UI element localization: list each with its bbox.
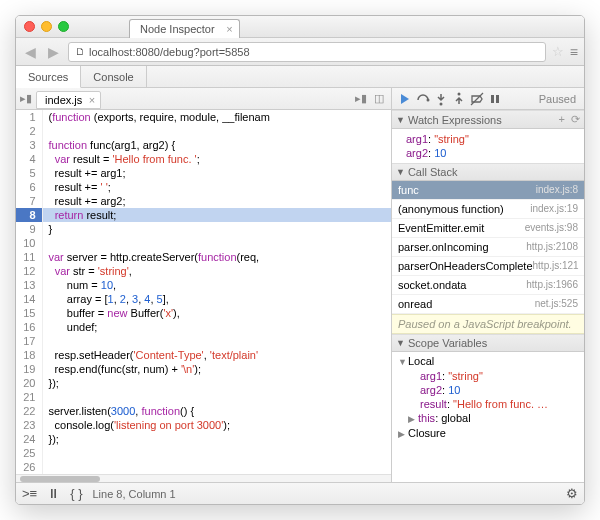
split-icon[interactable]: ◫ (371, 91, 387, 107)
callstack-section-header[interactable]: ▼Call Stack (392, 163, 584, 181)
statusbar: >≡ ⏸ { } Line 8, Column 1 ⚙ (16, 482, 584, 504)
callstack-frame[interactable]: socket.ondatahttp.js:1966 (392, 276, 584, 295)
deactivate-breakpoints-button[interactable] (468, 90, 486, 108)
callstack-body: funcindex.js:8(anonymous function)index.… (392, 181, 584, 314)
minimize-window[interactable] (41, 21, 52, 32)
pretty-print-icon[interactable]: { } (70, 486, 82, 501)
scope-title: Scope Variables (408, 337, 487, 349)
cursor-position: Line 8, Column 1 (92, 488, 175, 500)
resume-button[interactable] (396, 90, 414, 108)
paused-label: Paused (539, 93, 580, 105)
watch-section-header[interactable]: ▼Watch Expressions +⟳ (392, 110, 584, 129)
watch-title: Watch Expressions (408, 114, 502, 126)
debugger-pane: Paused ▼Watch Expressions +⟳ arg1: "stri… (392, 88, 584, 482)
svg-point-2 (458, 92, 461, 95)
pause-icon[interactable]: ⏸ (47, 486, 60, 501)
forward-button[interactable]: ▶ (45, 44, 62, 60)
scope-body: ▼Localarg1: "string"arg2: 10result: "Hel… (392, 352, 584, 443)
tab-sources[interactable]: Sources (16, 66, 81, 88)
svg-line-3 (471, 93, 483, 105)
callstack-frame[interactable]: funcindex.js:8 (392, 181, 584, 200)
watch-body: arg1: "string"arg2: 10 (392, 129, 584, 163)
devtools-tabs: Sources Console (16, 66, 584, 88)
console-drawer-icon[interactable]: >≡ (22, 486, 37, 501)
tab-console[interactable]: Console (81, 66, 146, 87)
settings-icon[interactable]: ⚙ (566, 486, 578, 501)
callstack-frame[interactable]: EventEmitter.emitevents.js:98 (392, 219, 584, 238)
step-out-button[interactable] (450, 90, 468, 108)
refresh-watch-icon[interactable]: ⟳ (571, 113, 580, 126)
add-watch-icon[interactable]: + (559, 113, 565, 126)
zoom-window[interactable] (58, 21, 69, 32)
browser-window: Node Inspector ◀ ▶ localhost:8080/debug?… (15, 15, 585, 505)
browser-tab[interactable]: Node Inspector (129, 19, 240, 38)
step-over-button[interactable] (414, 90, 432, 108)
callstack-frame[interactable]: onreadnet.js:525 (392, 295, 584, 314)
back-button[interactable]: ◀ (22, 44, 39, 60)
url-input[interactable]: localhost:8080/debug?port=5858 (68, 42, 546, 62)
close-window[interactable] (24, 21, 35, 32)
step-into-button[interactable] (432, 90, 450, 108)
debugger-toolbar: Paused (392, 88, 584, 110)
window-controls (24, 21, 69, 32)
pause-message: Paused on a JavaScript breakpoint. (392, 314, 584, 334)
callstack-frame[interactable]: parserOnHeadersCompletehttp.js:121 (392, 257, 584, 276)
svg-rect-4 (491, 95, 494, 103)
editor-tabbar: ▸▮ index.js ▸▮ ◫ (16, 88, 391, 110)
svg-rect-5 (496, 95, 499, 103)
menu-icon[interactable]: ≡ (570, 44, 578, 60)
url-bar: ◀ ▶ localhost:8080/debug?port=5858 ☆ ≡ (16, 38, 584, 66)
file-tab[interactable]: index.js (36, 91, 101, 109)
svg-point-0 (427, 98, 430, 101)
pause-on-exceptions-button[interactable] (486, 90, 504, 108)
editor-pane: ▸▮ index.js ▸▮ ◫ 1(function (exports, re… (16, 88, 392, 482)
scope-section-header[interactable]: ▼Scope Variables (392, 334, 584, 352)
navigator-toggle-icon[interactable]: ▸▮ (16, 92, 36, 105)
callstack-frame[interactable]: parser.onIncominghttp.js:2108 (392, 238, 584, 257)
callstack-title: Call Stack (408, 166, 458, 178)
svg-point-1 (440, 102, 443, 105)
code-editor[interactable]: 1(function (exports, require, module, __… (16, 110, 391, 474)
callstack-frame[interactable]: (anonymous function)index.js:19 (392, 200, 584, 219)
titlebar: Node Inspector (16, 16, 584, 38)
horizontal-scrollbar[interactable] (16, 474, 391, 482)
bookmark-icon[interactable]: ☆ (552, 44, 564, 59)
history-back-icon[interactable]: ▸▮ (353, 91, 369, 107)
